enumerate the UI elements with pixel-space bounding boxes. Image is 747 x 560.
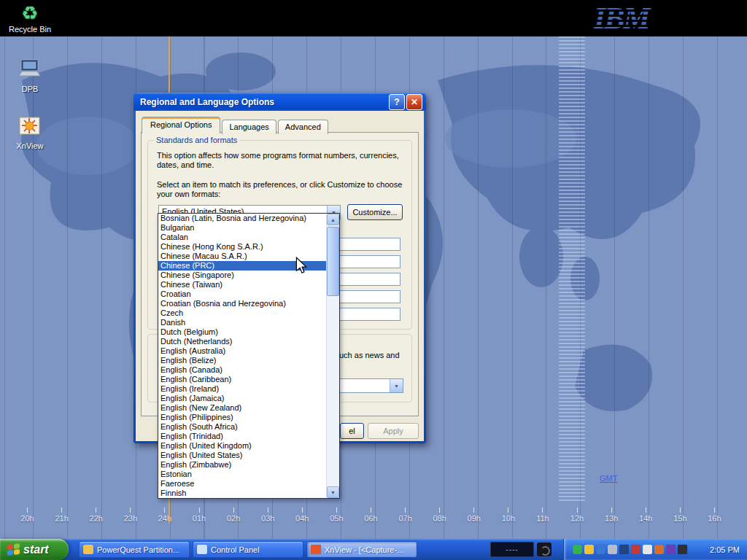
desktop-icon-dpb[interactable]: DPB xyxy=(6,58,54,93)
timezone-label: 04h xyxy=(285,508,320,523)
timezone-label: 13h xyxy=(595,508,629,523)
language-list-item[interactable]: Chinese (Macau S.A.R.) xyxy=(158,252,327,261)
start-button[interactable]: start xyxy=(0,539,69,560)
tab[interactable]: Advanced xyxy=(278,120,328,134)
standards-description: This option affects how some programs fo… xyxy=(157,151,403,170)
tray-icon[interactable] xyxy=(631,545,640,554)
language-list-item[interactable]: Dutch (Belgium) xyxy=(158,327,327,337)
taskbar-flex-spacer xyxy=(553,539,563,560)
language-list-item[interactable]: Chinese (Hong Kong S.A.R.) xyxy=(158,242,327,252)
recycle-bin-icon: ♻ xyxy=(6,3,54,23)
scroll-down-icon: ▼ xyxy=(330,490,336,495)
language-list-item[interactable]: Croatian xyxy=(158,289,327,299)
task-button-label: XnView - [<Capture-... xyxy=(325,545,403,554)
tab[interactable]: Regional Options xyxy=(142,117,220,133)
language-dropdown-list: Bosnian (Latin, Bosnia and Herzegovina) … xyxy=(158,213,340,499)
language-list-item[interactable]: English (United Kingdom) xyxy=(158,441,327,451)
location-dropdown-button[interactable]: ▼ xyxy=(390,379,403,392)
task-app-icon xyxy=(83,545,93,554)
scrollbar-thumb[interactable] xyxy=(327,227,339,296)
tray-icon[interactable] xyxy=(596,545,605,554)
scroll-up-button[interactable]: ▲ xyxy=(327,214,339,225)
help-button[interactable]: ? xyxy=(389,94,405,110)
language-list-item[interactable]: English (United States) xyxy=(158,451,327,460)
tray-icon[interactable] xyxy=(619,545,629,554)
ibm-logo: IBM xyxy=(594,1,681,35)
close-icon: ✕ xyxy=(411,97,418,107)
cancel-button[interactable]: el xyxy=(340,423,364,439)
apply-button[interactable]: Apply xyxy=(368,423,419,439)
language-list-item[interactable]: Dutch (Netherlands) xyxy=(158,337,327,346)
separator-task-button[interactable]: ---- xyxy=(490,542,534,557)
timezone-label: 09h xyxy=(457,508,491,523)
taskbar: start PowerQuest Partition... Control Pa… xyxy=(0,539,747,560)
language-list-item[interactable]: English (Trinidad) xyxy=(158,432,327,441)
tab[interactable]: Languages xyxy=(222,120,276,134)
top-banner: ♻ Recycle Bin IBM xyxy=(0,0,747,36)
language-list-item[interactable]: English (Caribbean) xyxy=(158,375,327,384)
tray-icon[interactable] xyxy=(608,545,617,554)
taskbar-task-button[interactable]: PowerQuest Partition... xyxy=(79,541,190,558)
taskbar-task-button[interactable]: XnView - [<Capture-... xyxy=(306,541,417,558)
timezone-label: 11h xyxy=(525,508,560,523)
timezone-label: 21h xyxy=(44,508,79,523)
task-app-icon xyxy=(311,545,321,554)
desktop: ♻ Recycle Bin IBM DPB XnView GM xyxy=(0,0,747,560)
language-list-item[interactable]: English (Philippines) xyxy=(158,413,327,422)
dialog-titlebar[interactable]: Regional and Language Options ? ✕ xyxy=(133,93,426,111)
language-list-item[interactable]: Estonian xyxy=(158,470,327,479)
customize-button[interactable]: Customize... xyxy=(347,204,403,220)
start-button-label: start xyxy=(23,543,49,556)
timezone-label: 22h xyxy=(79,508,113,523)
language-list-item[interactable]: English (Jamaica) xyxy=(158,394,327,403)
language-list-item[interactable]: English (New Zealand) xyxy=(158,403,327,413)
tray-icon[interactable] xyxy=(654,545,664,554)
language-list-item[interactable]: English (Zimbabwe) xyxy=(158,460,327,470)
language-list-item[interactable]: English (Ireland) xyxy=(158,384,327,394)
language-list-item[interactable]: English (Belize) xyxy=(158,356,327,365)
tray-icon[interactable] xyxy=(584,545,594,554)
windows-flag-icon xyxy=(7,543,20,556)
desktop-icon-xnview[interactable]: XnView xyxy=(6,114,54,150)
chevron-down-icon: ▼ xyxy=(394,384,399,389)
task-button-label: PowerQuest Partition... xyxy=(97,545,179,554)
timezone-label: 15h xyxy=(663,508,697,523)
gmt-label: GMT xyxy=(600,474,617,483)
language-list-item[interactable]: Faeroese xyxy=(158,479,327,489)
language-list-item[interactable]: Croatian (Bosnia and Herzegovina) xyxy=(158,299,327,308)
language-list-item[interactable]: Czech xyxy=(158,308,327,318)
language-list-item[interactable]: Chinese (Singapore) xyxy=(158,271,327,280)
language-list-item[interactable]: English (South Africa) xyxy=(158,422,327,432)
timezone-label: 10h xyxy=(491,508,525,523)
standards-group-label: Standards and formats xyxy=(154,136,239,144)
black-app-icon[interactable] xyxy=(537,542,551,556)
scroll-up-icon: ▲ xyxy=(330,217,336,222)
list-scrollbar[interactable]: ▲ ▼ xyxy=(326,214,339,498)
language-list-item[interactable]: Chinese (PRC) xyxy=(158,261,327,271)
tray-icon[interactable] xyxy=(573,545,582,554)
language-list-item[interactable]: Bosnian (Latin, Bosnia and Herzegovina) xyxy=(158,214,327,223)
desktop-icon-recycle-bin[interactable]: ♻ Recycle Bin xyxy=(6,3,54,34)
language-list-item[interactable]: Bulgarian xyxy=(158,223,327,233)
tab-strip: Regional Options Languages Advanced xyxy=(142,116,330,133)
language-list-item[interactable]: Catalan xyxy=(158,233,327,242)
timezone-scale: 20h 21h 22h 23h 24h 01h 02h 03h 04h 05h … xyxy=(10,508,732,523)
language-list-item[interactable]: English (Canada) xyxy=(158,365,327,375)
location-text-fragment: uch as news and xyxy=(339,351,400,359)
tray-icon[interactable] xyxy=(643,545,652,554)
help-icon: ? xyxy=(394,97,399,107)
timezone-label: 05h xyxy=(320,508,354,523)
laptop-icon xyxy=(17,58,43,80)
language-list-item[interactable]: Danish xyxy=(158,318,327,327)
tray-icon[interactable] xyxy=(666,545,676,554)
separator-label: ---- xyxy=(506,545,518,553)
system-tray: 2:05 PM xyxy=(563,539,747,560)
close-button[interactable]: ✕ xyxy=(406,94,422,110)
language-list-item[interactable]: English (Australia) xyxy=(158,346,327,356)
dpb-label: DPB xyxy=(6,85,54,93)
tray-icon[interactable] xyxy=(678,545,687,554)
taskbar-task-button[interactable]: Control Panel xyxy=(193,541,303,558)
language-list-item[interactable]: Finnish xyxy=(158,489,327,498)
language-list-item[interactable]: Chinese (Taiwan) xyxy=(158,280,327,289)
scroll-down-button[interactable]: ▼ xyxy=(327,486,339,498)
